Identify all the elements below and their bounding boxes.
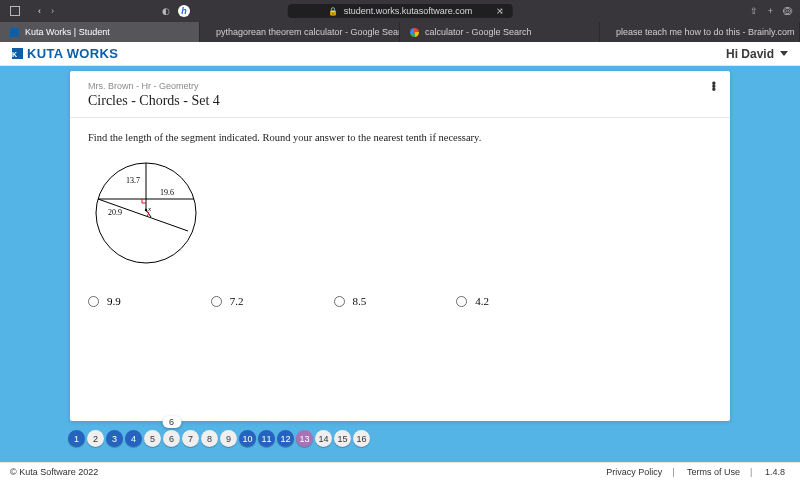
divider [70,117,730,118]
radio-icon [334,296,345,307]
qnav-3[interactable]: 3 [106,430,123,447]
label-c: 20.9 [108,208,122,217]
choice-label: 4.2 [475,295,489,307]
choice-d[interactable]: 4.2 [456,295,489,307]
card-menu-button[interactable]: ••• [712,83,716,92]
qnav-12[interactable]: 12 [277,430,294,447]
reload-icon[interactable]: ⤨ [496,6,504,16]
qnav-15[interactable]: 15 [334,430,351,447]
assignment-title: Circles - Chords - Set 4 [88,93,712,109]
svg-point-5 [145,209,147,211]
brand[interactable]: K KUTA WORKS [12,46,118,61]
shield-icon[interactable]: ◐ [162,6,170,16]
qnav-8[interactable]: 8 [201,430,218,447]
label-b: 19.6 [160,188,174,197]
choice-c[interactable]: 8.5 [334,295,367,307]
radio-icon [88,296,99,307]
radio-icon [456,296,467,307]
kuta-favicon-icon [10,28,19,37]
tab-label: Kuta Works | Student [25,27,110,37]
qnav-11[interactable]: 11 [258,430,275,447]
tab-label: pythagorean theorem calculator - Google … [216,27,400,37]
tab-kuta[interactable]: Kuta Works | Student [0,22,200,42]
radio-icon [211,296,222,307]
qnav-tooltip: 6 [162,416,181,428]
tab-google-1[interactable]: pythagorean theorem calculator - Google … [200,22,400,42]
qnav-16[interactable]: 16 [353,430,370,447]
share-icon[interactable]: ⇧ [750,6,758,16]
brand-text: KUTA WORKS [27,46,118,61]
tab-label: please teach me how to do this - Brainly… [616,27,794,37]
tab-label: calculator - Google Search [425,27,532,37]
stage: Mrs. Brown - Hr - Geometry Circles - Cho… [0,66,800,462]
question-prompt: Find the length of the segment indicated… [88,132,712,143]
tab-brainly[interactable]: please teach me how to do this - Brainly… [600,22,800,42]
question-nav: 1 2 3 4 5 6 6 7 8 9 10 11 12 13 14 15 16 [68,430,370,447]
app-header: K KUTA WORKS Hi David [0,42,800,66]
user-menu[interactable]: Hi David [726,47,788,61]
footer-privacy-link[interactable]: Privacy Policy [601,467,667,477]
address-bar[interactable]: 🔒 student.works.kutasoftware.com ⤨ [288,4,513,18]
qnav-9[interactable]: 9 [220,430,237,447]
qnav-10[interactable]: 10 [239,430,256,447]
chevron-down-icon [780,51,788,56]
tab-google-2[interactable]: calculator - Google Search [400,22,600,42]
choice-label: 8.5 [353,295,367,307]
qnav-6[interactable]: 6 6 [163,430,180,447]
back-icon[interactable]: ‹ [38,6,41,16]
qnav-14[interactable]: 14 [315,430,332,447]
browser-chrome: ‹ › ◐ h 🔒 student.works.kutasoftware.com… [0,0,800,42]
tab-strip: Kuta Works | Student pythagorean theorem… [0,22,800,42]
footer-version: 1.4.8 [760,467,790,477]
tab-overview-icon[interactable]: ⨷ [783,6,792,16]
url-text: student.works.kutasoftware.com [344,6,473,16]
qnav-num: 6 [169,434,174,444]
footer-copyright: © Kuta Software 2022 [10,467,98,477]
qnav-4[interactable]: 4 [125,430,142,447]
question-card: Mrs. Brown - Hr - Geometry Circles - Cho… [70,71,730,421]
new-tab-icon[interactable]: + [768,6,773,16]
qnav-13[interactable]: 13 [296,430,313,447]
user-greeting: Hi David [726,47,774,61]
answer-choices: 9.9 7.2 8.5 4.2 [88,295,712,307]
qnav-7[interactable]: 7 [182,430,199,447]
choice-b[interactable]: 7.2 [211,295,244,307]
brand-logo-icon: K [12,48,23,59]
footer-terms-link[interactable]: Terms of Use [682,467,745,477]
qnav-1[interactable]: 1 [68,430,85,447]
choice-label: 7.2 [230,295,244,307]
label-x: x [147,205,152,213]
google-favicon-icon [410,28,419,37]
honey-icon[interactable]: h [178,5,190,17]
choice-a[interactable]: 9.9 [88,295,121,307]
forward-icon[interactable]: › [51,6,54,16]
sidebar-toggle-icon[interactable] [10,6,20,16]
lock-icon: 🔒 [328,7,338,16]
breadcrumb: Mrs. Brown - Hr - Geometry [88,81,712,91]
qnav-5[interactable]: 5 [144,430,161,447]
footer: © Kuta Software 2022 Privacy Policy| Ter… [0,462,800,480]
geometry-figure: 13.7 19.6 20.9 x [88,153,712,277]
label-a: 13.7 [126,176,140,185]
choice-label: 9.9 [107,295,121,307]
qnav-2[interactable]: 2 [87,430,104,447]
